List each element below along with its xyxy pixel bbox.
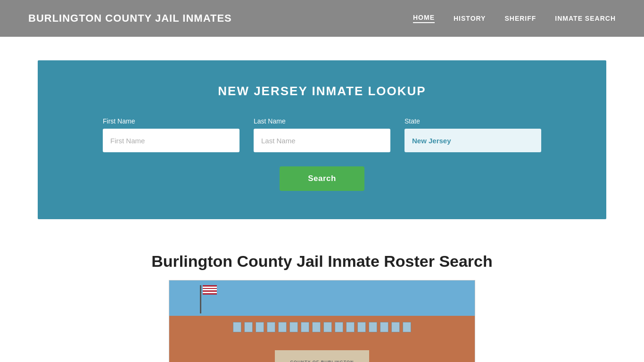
last-name-label: Last Name — [254, 117, 390, 125]
first-name-input[interactable] — [103, 129, 239, 152]
flag-pole — [200, 285, 201, 313]
first-name-group: First Name — [103, 117, 239, 152]
inmate-lookup-section: New Jersey Inmate Lookup First Name Last… — [38, 60, 606, 219]
window — [278, 322, 287, 332]
window — [301, 322, 309, 332]
search-button[interactable]: Search — [280, 166, 364, 191]
state-input[interactable] — [405, 129, 541, 152]
search-fields-row: First Name Last Name State — [66, 117, 578, 152]
last-name-group: Last Name — [254, 117, 390, 152]
window — [357, 322, 366, 332]
site-title: Burlington County Jail Inmates — [28, 12, 232, 25]
last-name-input[interactable] — [254, 129, 390, 152]
window — [289, 322, 298, 332]
window — [346, 322, 355, 332]
window — [244, 322, 253, 332]
main-nav: Home History Sheriff Inmate Search — [413, 14, 616, 23]
american-flag — [203, 285, 217, 295]
nav-item-home[interactable]: Home — [413, 14, 435, 23]
window — [267, 322, 275, 332]
building-image: COUNTY OF BURLINGTON — [169, 280, 475, 362]
window — [403, 322, 411, 332]
building-body: COUNTY OF BURLINGTON — [169, 316, 475, 362]
window — [369, 322, 377, 332]
window — [391, 322, 400, 332]
nav-item-sheriff[interactable]: Sheriff — [504, 15, 536, 22]
window — [323, 322, 332, 332]
site-header: Burlington County Jail Inmates Home Hist… — [0, 0, 644, 37]
window — [312, 322, 321, 332]
search-button-row: Search — [66, 166, 578, 191]
window — [233, 322, 241, 332]
building-entrance: COUNTY OF BURLINGTON — [275, 350, 369, 362]
nav-item-history[interactable]: History — [454, 15, 486, 22]
window — [335, 322, 343, 332]
sub-header-bar — [0, 37, 644, 41]
state-label: State — [405, 117, 541, 125]
building-entrance-label: COUNTY OF BURLINGTON — [290, 360, 354, 362]
lookup-title: New Jersey Inmate Lookup — [66, 84, 578, 99]
window — [380, 322, 388, 332]
first-name-label: First Name — [103, 117, 239, 125]
main-content: Burlington County Jail Inmate Roster Sea… — [0, 238, 644, 362]
nav-item-inmate-search[interactable]: Inmate Search — [555, 15, 616, 22]
building-windows — [169, 318, 475, 347]
page-heading: Burlington County Jail Inmate Roster Sea… — [38, 252, 606, 271]
window — [256, 322, 264, 332]
state-group: State — [405, 117, 541, 152]
